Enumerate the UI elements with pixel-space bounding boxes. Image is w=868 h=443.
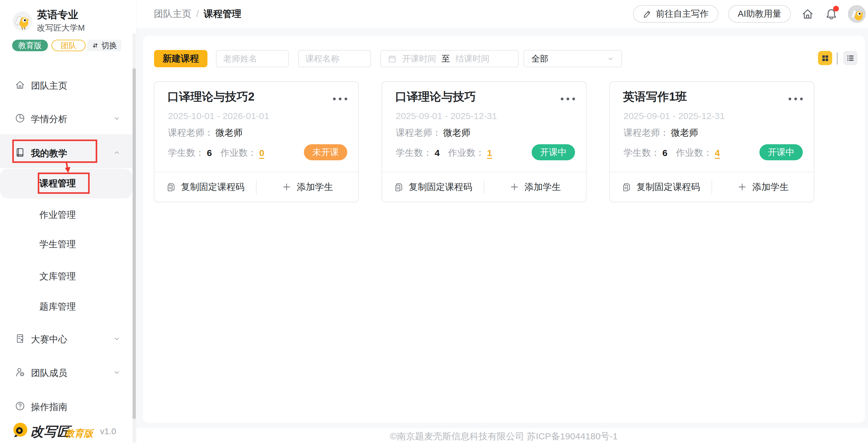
sidebar-item-learning-analytics[interactable]: 学情分析 [0,108,132,128]
teacher-name: 微老师 [671,127,698,139]
more-options-icon[interactable] [788,98,803,100]
teacher-name: 微老师 [443,127,470,139]
breadcrumb-current: 课程管理 [204,8,241,20]
card-actions: 复制固定课程码 添加学生 [610,172,814,202]
copy-icon [394,182,404,193]
header-actions: 前往自主写作 AI助教用量 [633,0,866,28]
copy-course-code-label: 复制固定课程码 [409,181,472,193]
brand-name: 改写匠 [30,423,70,441]
add-student-label: 添加学生 [752,181,789,193]
sidebar-item-team-members[interactable]: 团队成员 [0,363,132,382]
course-status-badge: 开课中 [532,144,575,160]
students-label: 学生数： [168,147,205,159]
app: 团队主页 / 课程管理 前往自主写作 AI助教用量 [0,0,868,443]
sidebar-item-library-management[interactable]: 文库管理 [39,270,76,283]
sidebar-item-my-teaching[interactable]: 我的教学 [0,143,132,162]
add-student-label: 添加学生 [525,181,561,193]
copy-course-code-button[interactable]: 复制固定课程码 [610,181,712,193]
teacher-label: 课程老师： [624,127,669,139]
chevron-down-icon [113,114,121,123]
calendar-icon [388,54,397,63]
students-count: 4 [435,148,440,158]
brand-edition: 教育版 [65,427,93,440]
course-management-panel: 新建课程 开课时间 至 结课时间 全部 [143,36,865,423]
status-filter-value: 全部 [531,53,548,65]
plus-icon [509,182,520,193]
copy-course-code-label: 复制固定课程码 [181,181,245,193]
notifications-bell-icon[interactable] [824,7,838,21]
card-actions: 复制固定课程码 添加学生 [382,172,586,202]
home-icon [14,79,26,90]
sidebar-item-student-management[interactable]: 学生管理 [39,238,76,250]
more-options-icon[interactable] [561,98,575,100]
course-date-range: 2025-10-01 - 2026-01-01 [168,111,269,121]
status-filter-select[interactable]: 全部 [524,50,622,67]
ai-usage-button[interactable]: AI助教用量 [728,5,791,23]
teacher-name-input[interactable] [216,50,289,67]
book-icon [14,147,26,158]
copy-icon [621,182,632,193]
homework-count-link[interactable]: 0 [259,148,265,158]
sidebar-item-course-management[interactable]: 课程管理 [39,177,76,190]
course-title: 口译理论与技巧2 [167,89,254,105]
breadcrumb-team-home[interactable]: 团队主页 [154,8,191,20]
teacher-label: 课程老师： [168,127,214,139]
ai-usage-label: AI助教用量 [738,8,781,20]
view-toggle-divider [837,53,838,65]
plus-icon [282,182,292,193]
sidebar-item-team-home[interactable]: 团队主页 [0,75,132,95]
homework-count-link[interactable]: 1 [487,148,492,158]
add-student-button[interactable]: 添加学生 [484,181,586,193]
brand-logo-icon [13,422,28,438]
member-settings-icon [14,367,26,378]
switch-button[interactable]: 切换 [87,40,121,51]
course-card: 口译理论与技巧2 2025-10-01 - 2026-01-01 课程老师： 微… [154,81,359,202]
sidebar-item-label: 团队成员 [31,367,67,379]
students-label: 学生数： [396,147,432,159]
chevron-down-icon [607,55,614,62]
course-teacher-row: 课程老师： 微老师 [396,127,470,139]
course-date-range: 2025-09-01 - 2025-12-31 [396,111,497,121]
course-teacher-row: 课程老师： 微老师 [168,127,243,139]
more-options-icon[interactable] [333,98,347,100]
sidebar-item-contest-center[interactable]: 大赛中心 [0,329,132,348]
pencil-icon [643,9,652,19]
sidebar-item-label: 操作指南 [31,401,67,413]
organization-name: 改写匠大学M [37,23,85,33]
new-course-button[interactable]: 新建课程 [154,50,208,67]
sidebar: 英语专业 改写匠大学M 教育版 团队 切换 团队主页 学情分析 [0,0,136,443]
course-title: 英语写作1班 [623,89,687,105]
filter-toolbar: 新建课程 开课时间 至 结课时间 全部 [143,50,865,67]
course-stats-row: 学生数： 4 作业数： 1 [396,147,492,159]
notification-badge-dot [833,6,839,11]
sidebar-item-label: 大赛中心 [31,333,67,346]
homework-count-link[interactable]: 4 [715,148,720,158]
add-student-button[interactable]: 添加学生 [256,181,358,193]
teacher-label: 课程老师： [396,127,441,139]
course-card: 英语写作1班 2025-09-01 - 2025-12-31 课程老师： 微老师… [609,81,814,202]
grid-view-button[interactable] [818,51,832,65]
chevron-down-icon [113,369,121,376]
brand-footer: 改写匠 教育版 v1.0 [0,422,136,440]
go-self-writing-button[interactable]: 前往自主写作 [633,5,718,23]
sidebar-item-question-bank[interactable]: 题库管理 [39,301,76,313]
add-student-button[interactable]: 添加学生 [712,181,814,193]
pie-chart-icon [14,113,26,124]
list-view-button[interactable] [843,51,857,65]
copy-course-code-button[interactable]: 复制固定课程码 [382,181,484,193]
date-range-picker[interactable]: 开课时间 至 结课时间 [380,50,519,67]
copy-course-code-button[interactable]: 复制固定课程码 [154,181,256,193]
sidebar-scrollbar-thumb[interactable] [132,68,136,419]
course-name-input[interactable] [298,50,371,67]
students-count: 6 [662,148,668,158]
switch-arrows-icon [92,42,99,49]
sidebar-item-user-guide[interactable]: 操作指南 [0,396,132,416]
header: 团队主页 / 课程管理 前往自主写作 AI助教用量 [136,0,868,28]
plus-icon [737,182,748,193]
sidebar-item-homework-management[interactable]: 作业管理 [39,209,76,221]
homework-label: 作业数： [676,147,712,159]
user-avatar[interactable] [848,5,866,23]
course-stats-row: 学生数： 6 作业数： 0 [168,147,264,159]
home-icon[interactable] [801,7,815,21]
edition-badge: 教育版 [12,40,48,51]
